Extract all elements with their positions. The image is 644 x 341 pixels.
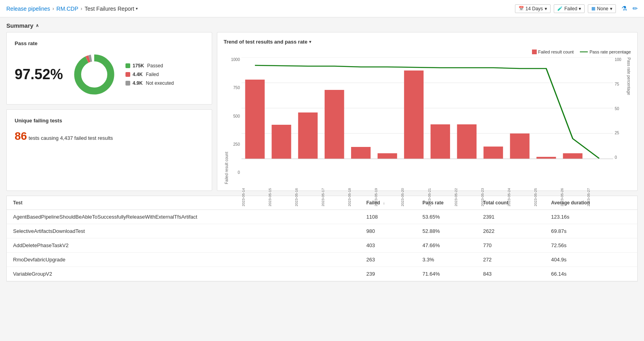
legend-pass-rate-pct: Pass rate percentage (580, 50, 631, 54)
trend-dropdown-icon[interactable]: ▾ (309, 40, 311, 44)
cell-total-count: 272 (477, 253, 545, 267)
bar-2023-05-19 (378, 153, 397, 159)
days-dropdown-icon: ▾ (545, 6, 547, 11)
trend-title: Trend of test results and pass rate ▾ (224, 39, 631, 45)
cell-pass-rate: 47.66% (416, 238, 477, 253)
pass-rate-legend: 175K Passed 4.4K Failed 4.9K Not execute… (125, 63, 174, 86)
table-row: SelectiveArtifactsDownloadTest 980 52.88… (7, 224, 637, 238)
cell-test: RmoDevfabricUpgrade (7, 253, 360, 267)
cell-failed: 403 (360, 238, 416, 253)
breadcrumb-sep2: › (81, 6, 82, 11)
chart-svg-container: 2023-05-14 2023-05-15 2023-05-16 2023-05… (241, 57, 613, 184)
bar-2023-05-25 (536, 157, 556, 159)
breadcrumb-sep1: › (53, 6, 54, 11)
chart-svg (241, 57, 613, 184)
bar-2023-05-14 (245, 80, 264, 159)
legend-failed-count: Failed result count (532, 50, 574, 54)
legend-failed: 4.4K Failed (125, 72, 174, 77)
legend-passed: 175K Passed (125, 63, 174, 69)
bar-2023-05-23 (484, 147, 503, 159)
bar-2023-05-17 (325, 90, 344, 159)
cell-test: SelectiveArtifactsDownloadTest (7, 224, 360, 238)
pass-rate-title: Pass rate (15, 40, 204, 46)
status-filter[interactable]: 🧪 Failed ▾ (554, 4, 585, 13)
unique-failing-title: Unique failing tests (15, 118, 204, 124)
status-dropdown-icon: ▾ (579, 6, 581, 11)
dropdown-arrow-icon[interactable]: ▾ (136, 6, 138, 11)
cell-pass-rate: 3.3% (416, 253, 477, 267)
cell-failed: 263 (360, 253, 416, 267)
bar-2023-05-20 (404, 70, 424, 159)
edit-icon[interactable]: ✏ (633, 5, 638, 12)
cell-total-count: 2391 (477, 210, 545, 224)
days-filter[interactable]: 📅 14 Days ▾ (515, 4, 551, 13)
summary-title: Summary (6, 22, 33, 29)
unique-failing-text: 86tests causing 4,437 failed test result… (15, 130, 204, 143)
cell-total-count: 843 (477, 267, 545, 281)
summary-header[interactable]: Summary ∧ (6, 17, 638, 32)
filter-button[interactable]: ⚗ (619, 4, 629, 13)
breadcrumb-rm-cdp[interactable]: RM.CDP (57, 6, 78, 12)
bar-2023-05-26 (563, 153, 582, 159)
y-axis-left-values: 1000 750 500 250 0 (229, 57, 241, 184)
bar-2023-05-24 (510, 133, 529, 159)
passed-dot (125, 63, 130, 68)
pass-rate-donut (72, 53, 116, 96)
main-content: Summary ∧ Pass rate 97.52% (0, 17, 644, 288)
bar-2023-05-18 (351, 147, 370, 159)
cell-failed: 239 (360, 267, 416, 281)
cell-avg-duration: 66.14s (545, 267, 637, 281)
group-icon: ▦ (591, 6, 595, 11)
x-axis-labels: 2023-05-14 2023-05-15 2023-05-16 2023-05… (241, 185, 613, 208)
trend-chart-legend: Failed result count Pass rate percentage (224, 50, 631, 54)
chart-wrapper: Failed result count 1000 750 500 250 0 (224, 57, 631, 184)
not-executed-dot (125, 81, 130, 86)
summary-grid: Pass rate 97.52% (6, 32, 638, 191)
top-right-controls: 📅 14 Days ▾ 🧪 Failed ▾ ▦ None ▾ ⚗ ✏ (515, 4, 638, 13)
failed-dot (125, 72, 130, 77)
legend-not-executed: 4.9K Not executed (125, 80, 174, 86)
y-axis-right-values: 100 75 50 25 0 (613, 57, 626, 184)
y-axis-left-label: Failed result count (224, 57, 229, 184)
left-column: Pass rate 97.52% (6, 32, 212, 191)
group-filter[interactable]: ▦ None ▾ (588, 4, 616, 13)
bar-2023-05-22 (457, 124, 477, 159)
data-table-section: Test Failed ↓ Pass rate Total count Aver… (6, 196, 638, 282)
unique-failing-count: 86 (15, 130, 27, 142)
cell-test: AgentBasedPipelineShouldBeAbleToSuccessf… (7, 210, 360, 224)
cell-test: VariableGroupV2 (7, 267, 360, 281)
cell-pass-rate: 53.65% (416, 210, 477, 224)
bar-2023-05-16 (298, 112, 317, 159)
cell-avg-duration: 404.9s (545, 253, 637, 267)
cell-avg-duration: 123.16s (545, 210, 637, 224)
trend-card: Trend of test results and pass rate ▾ Fa… (217, 32, 638, 191)
beaker-icon: 🧪 (557, 6, 563, 11)
svg-point-0 (78, 58, 111, 91)
failed-count-box (532, 50, 537, 54)
cell-test: AddDeletePhaseTaskV2 (7, 238, 360, 253)
group-dropdown-icon: ▾ (610, 6, 612, 11)
unique-failing-card: Unique failing tests 86tests causing 4,4… (6, 109, 212, 191)
top-bar: Release pipelines › RM.CDP › Test Failur… (0, 0, 644, 17)
breadcrumb: Release pipelines › RM.CDP › Test Failur… (6, 6, 138, 12)
pass-rate-content: 97.52% (15, 53, 204, 96)
results-table: Test Failed ↓ Pass rate Total count Aver… (7, 196, 637, 281)
cell-failed: 980 (360, 224, 416, 238)
table-row: AddDeletePhaseTaskV2 403 47.66% 770 72.5… (7, 238, 637, 253)
table-body: AgentBasedPipelineShouldBeAbleToSuccessf… (7, 210, 637, 281)
cell-pass-rate: 71.64% (416, 267, 477, 281)
table-row: AgentBasedPipelineShouldBeAbleToSuccessf… (7, 210, 637, 224)
table-row: VariableGroupV2 239 71.64% 843 66.14s (7, 267, 637, 281)
breadcrumb-release-pipelines[interactable]: Release pipelines (6, 6, 50, 12)
bar-2023-05-21 (431, 124, 450, 159)
cell-failed: 1108 (360, 210, 416, 224)
cell-total-count: 2622 (477, 224, 545, 238)
calendar-icon: 📅 (519, 6, 524, 11)
pass-rate-percentage: 97.52% (15, 66, 63, 83)
cell-total-count: 770 (477, 238, 545, 253)
y-axis-right-label: Pass rate percentage (626, 57, 631, 184)
cell-pass-rate: 52.88% (416, 224, 477, 238)
pass-rate-card: Pass rate 97.52% (6, 32, 212, 105)
bar-2023-05-15 (272, 125, 291, 159)
table-row: RmoDevfabricUpgrade 263 3.3% 272 404.9s (7, 253, 637, 267)
